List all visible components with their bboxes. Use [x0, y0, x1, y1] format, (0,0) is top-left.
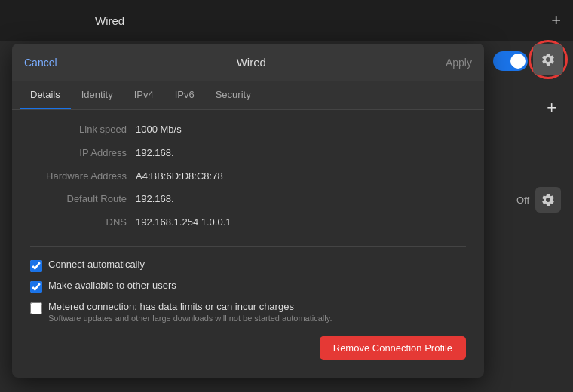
- add-network-button[interactable]: +: [547, 98, 556, 118]
- default-route-label: Default Route: [30, 191, 136, 207]
- gear-button-container: [531, 42, 565, 77]
- connection-info-grid: Link speed 1000 Mb/s IP Address 192.168.…: [30, 122, 466, 231]
- available-to-users-row: Make available to other users: [30, 280, 466, 293]
- wired-toggle[interactable]: [493, 51, 528, 71]
- gear-icon: [541, 52, 556, 67]
- small-gear-icon: [541, 192, 556, 207]
- connection-dialog: Cancel Wired Apply Details Identity IPv4…: [12, 44, 484, 378]
- dialog-content: Link speed 1000 Mb/s IP Address 192.168.…: [12, 110, 484, 378]
- connect-automatically-row: Connect automatically: [30, 259, 466, 272]
- hardware-address-label: Hardware Address: [30, 169, 136, 185]
- ip-address-value: 192.168.: [136, 145, 466, 161]
- top-bar: Wired +: [0, 0, 573, 41]
- link-speed-value: 1000 Mb/s: [136, 122, 466, 138]
- dns-label: DNS: [30, 215, 136, 231]
- tab-details[interactable]: Details: [20, 81, 71, 109]
- connect-automatically-checkbox[interactable]: [30, 260, 42, 272]
- connect-automatically-label[interactable]: Connect automatically: [48, 259, 145, 270]
- tab-ipv4[interactable]: IPv4: [124, 81, 164, 109]
- available-to-users-label[interactable]: Make available to other users: [48, 280, 176, 291]
- metered-connection-sublabel: Software updates and other large downloa…: [48, 314, 332, 323]
- off-label: Off: [516, 194, 529, 206]
- dns-value: 192.168.1.254 1.0.0.1: [136, 215, 466, 231]
- hardware-address-value: A4:BB:6D:D8:C8:78: [136, 169, 466, 185]
- tab-bar: Details Identity IPv4 IPv6 Security: [12, 81, 484, 110]
- tab-security[interactable]: Security: [205, 81, 262, 109]
- tab-ipv6[interactable]: IPv6: [164, 81, 205, 109]
- metered-connection-row: Metered connection: has data limits or c…: [30, 301, 466, 323]
- apply-button[interactable]: Apply: [446, 57, 472, 69]
- topbar-title: Wired: [95, 14, 124, 27]
- remove-connection-button[interactable]: Remove Connection Profile: [320, 336, 466, 360]
- dialog-title: Wired: [237, 56, 266, 69]
- wired-toggle-area: [493, 51, 528, 71]
- ip-address-label: IP Address: [30, 145, 136, 161]
- metered-connection-checkbox[interactable]: [30, 302, 42, 314]
- off-toggle-area: Off: [516, 187, 561, 213]
- remove-btn-area: Remove Connection Profile: [30, 336, 466, 366]
- network-settings-button[interactable]: [535, 187, 561, 213]
- cancel-button[interactable]: Cancel: [24, 57, 57, 69]
- settings-gear-button[interactable]: [533, 44, 563, 75]
- dialog-header: Cancel Wired Apply: [12, 44, 484, 81]
- available-to-users-checkbox[interactable]: [30, 281, 42, 293]
- metered-connection-text: Metered connection: has data limits or c…: [48, 301, 332, 323]
- link-speed-label: Link speed: [30, 122, 136, 138]
- default-route-value: 192.168.: [136, 191, 466, 207]
- metered-connection-label: Metered connection: has data limits or c…: [48, 301, 332, 312]
- add-connection-button[interactable]: +: [551, 11, 561, 30]
- tab-identity[interactable]: Identity: [71, 81, 124, 109]
- divider: [30, 246, 466, 247]
